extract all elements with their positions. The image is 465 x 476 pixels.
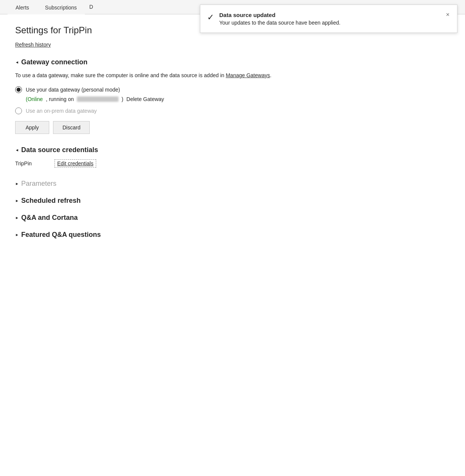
featured-qa-title: Featured Q&A questions <box>21 231 101 239</box>
toast-message: Your updates to the data source have bee… <box>219 20 441 26</box>
scheduled-refresh-header[interactable]: ► Scheduled refresh <box>15 197 401 205</box>
radio-personal-label: Use your data gateway (personal mode) <box>26 87 120 93</box>
radio-onprem-input[interactable] <box>15 107 22 114</box>
scheduled-refresh-arrow: ► <box>15 199 19 203</box>
featured-qa-arrow: ► <box>15 233 19 237</box>
gateway-section-header: ◄ Gateway connection <box>15 58 401 66</box>
credentials-section-title: Data source credentials <box>21 146 98 154</box>
toast-notification: ✓ Data source updated Your updates to th… <box>200 5 457 33</box>
credentials-collapse-arrow[interactable]: ◄ <box>15 148 19 152</box>
qa-cortana-title: Q&A and Cortana <box>21 214 78 222</box>
credentials-section-header: ◄ Data source credentials <box>15 146 401 154</box>
parameters-section: ► Parameters <box>15 180 401 188</box>
data-source-credentials-section: ◄ Data source credentials TripPin Edit c… <box>15 146 401 168</box>
edit-credentials-link[interactable]: Edit credentials <box>55 159 96 168</box>
radio-group: Use your data gateway (personal mode) (O… <box>15 86 401 114</box>
gateway-collapse-arrow[interactable]: ◄ <box>15 60 19 64</box>
gateway-description: To use a data gateway, make sure the com… <box>15 72 356 79</box>
datasource-name: TripPin <box>15 160 45 166</box>
scheduled-refresh-section: ► Scheduled refresh <box>15 197 401 205</box>
parameters-title: Parameters <box>21 180 56 188</box>
main-content: Settings for TripPin Refresh history ◄ G… <box>0 14 417 263</box>
scheduled-refresh-title: Scheduled refresh <box>21 197 81 205</box>
tab-more[interactable]: D <box>85 0 98 14</box>
radio-onprem-label: Use an on-prem data gateway <box>26 108 97 114</box>
gateway-description-text1: To use a data gateway, make sure the com… <box>15 72 226 78</box>
gateway-connection-section: ◄ Gateway connection To use a data gatew… <box>15 58 401 134</box>
toast-close-button[interactable]: × <box>446 12 449 18</box>
online-status-row: (Online , running on ) Delete Gateway <box>26 96 401 102</box>
machine-name-blurred <box>77 96 119 102</box>
manage-gateways-link[interactable]: Manage Gateways <box>226 72 270 78</box>
radio-personal-input[interactable] <box>15 86 22 93</box>
tab-alerts[interactable]: Alerts <box>8 0 37 14</box>
qa-cortana-arrow: ► <box>15 216 19 220</box>
radio-onprem: Use an on-prem data gateway <box>15 107 401 114</box>
qa-cortana-header[interactable]: ► Q&A and Cortana <box>15 214 401 222</box>
featured-qa-header[interactable]: ► Featured Q&A questions <box>15 231 401 239</box>
featured-qa-section: ► Featured Q&A questions <box>15 231 401 239</box>
qa-cortana-section: ► Q&A and Cortana <box>15 214 401 222</box>
button-row: Apply Discard <box>15 121 401 134</box>
toast-title: Data source updated <box>219 12 441 18</box>
toast-content: Data source updated Your updates to the … <box>219 12 441 26</box>
tab-subscriptions[interactable]: Subscriptions <box>37 0 85 14</box>
running-on-text: , running on <box>46 96 74 102</box>
check-icon: ✓ <box>207 12 214 22</box>
refresh-history-link[interactable]: Refresh history <box>15 42 51 48</box>
online-text: (Online <box>26 96 43 102</box>
credentials-row: TripPin Edit credentials <box>15 159 401 168</box>
radio-personal-mode: Use your data gateway (personal mode) <box>15 86 401 93</box>
gateway-description-text2: . <box>270 72 272 78</box>
delete-gateway-link[interactable]: Delete Gateway <box>126 96 164 102</box>
gateway-section-title: Gateway connection <box>21 58 87 66</box>
discard-button[interactable]: Discard <box>53 121 90 134</box>
parameters-arrow: ► <box>15 182 19 186</box>
parameters-section-header[interactable]: ► Parameters <box>15 180 401 188</box>
apply-button[interactable]: Apply <box>15 121 49 134</box>
close-paren: ) <box>122 96 123 102</box>
